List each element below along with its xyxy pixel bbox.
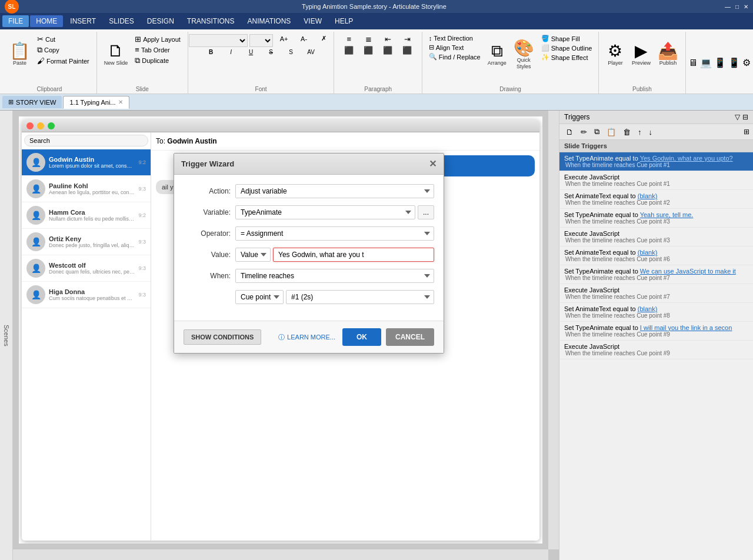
italic-button[interactable]: I [222, 48, 241, 56]
trigger-item-7[interactable]: Execute JavaScript When the timeline rea… [559, 284, 753, 303]
close-btn[interactable]: ✕ [744, 4, 748, 10]
bullet-list-button[interactable]: ≡ [339, 34, 358, 44]
current-slide-tab[interactable]: 1.1 Typing Ani... ✕ [63, 96, 129, 109]
move-up-trigger-button[interactable]: ↑ [635, 126, 645, 138]
menu-help[interactable]: HELP [329, 15, 359, 27]
numbered-list-button[interactable]: ≣ [359, 34, 378, 44]
trigger-item-6[interactable]: Set TypeAnimate equal to We can use Java… [559, 265, 753, 284]
font-family-select[interactable] [189, 34, 248, 47]
trigger-item-1[interactable]: Execute JavaScript When the timeline rea… [559, 171, 753, 190]
device-phone-icon[interactable]: 📱 [728, 57, 740, 68]
trigger-item-10[interactable]: Execute JavaScript When the timeline rea… [559, 341, 753, 359]
align-text-button[interactable]: ⊟ Align Text [427, 43, 483, 52]
mac-minimize-button[interactable] [37, 122, 44, 129]
text-direction-button[interactable]: ↕ Text Direction [427, 34, 483, 42]
paste-button[interactable]: 📋 Paste [7, 34, 32, 75]
justify-button[interactable]: ⬛ [398, 45, 417, 55]
format-painter-button[interactable]: 🖌 Format Painter [35, 56, 92, 66]
player-button[interactable]: ⚙ Player [604, 34, 627, 75]
align-center-button[interactable]: ⬛ [359, 45, 378, 55]
variable-select[interactable]: TypeAnimate [235, 205, 415, 219]
canvas-hscrollbar[interactable] [13, 549, 548, 560]
device-desktop-icon[interactable]: 🖥 [688, 58, 698, 68]
variable-dots-button[interactable]: ... [418, 205, 434, 219]
underline-button[interactable]: U [242, 48, 261, 56]
cue-point-type-select[interactable]: Cue point [235, 290, 284, 304]
menu-design[interactable]: DESIGN [141, 15, 180, 27]
cut-button[interactable]: ✂ Cut [35, 34, 92, 44]
close-tab-button[interactable]: ✕ [118, 99, 123, 105]
menu-file[interactable]: FILE [2, 15, 29, 27]
collapse-icon[interactable]: ▽ [735, 113, 740, 121]
trigger-item-3[interactable]: Set TypeAnimate equal to Yeah sure, tell… [559, 209, 753, 228]
font-shadow-button[interactable]: S [282, 48, 301, 56]
cue-point-value-select[interactable]: #1 (2s) [286, 290, 434, 304]
window-controls[interactable]: — □ ✕ [725, 4, 748, 10]
preview-button[interactable]: ▶ Preview [629, 34, 653, 75]
chat-item-5[interactable]: 👤 Higa Donna Cum sociis natoque penatibu… [22, 282, 151, 308]
indent-increase-button[interactable]: ⇥ [398, 34, 417, 44]
when-select[interactable]: Timeline reaches [235, 269, 434, 283]
settings-icon[interactable]: ⚙ [742, 57, 751, 68]
device-tablet-icon[interactable]: 📱 [714, 57, 726, 68]
learn-more-link[interactable]: ⓘ LEARN MORE... [278, 333, 335, 342]
quick-styles-button[interactable]: 🎨 Quick Styles [511, 34, 537, 75]
minimize-btn[interactable]: — [725, 4, 731, 10]
delete-trigger-button[interactable]: 🗑 [620, 126, 634, 138]
char-spacing-button[interactable]: AV [302, 48, 321, 56]
trigger-wizard-close-button[interactable]: ✕ [429, 158, 437, 169]
trigger-item-0[interactable]: Set TypeAnimate equal to Yes Godwin, wha… [559, 152, 753, 171]
new-trigger-button[interactable]: 🗋 [563, 126, 577, 138]
strikethrough-button[interactable]: S [262, 48, 281, 56]
chat-item-1[interactable]: 👤 Pauline Kohl Aenean leo ligula, portti… [22, 176, 151, 202]
shape-fill-button[interactable]: 🪣 Shape Fill [539, 34, 595, 43]
operator-select[interactable]: = Assignment [235, 226, 434, 241]
trigger-item-8[interactable]: Set AnimateText equal to (blank) When th… [559, 303, 753, 322]
tab-order-button[interactable]: ≡ Tab Order [132, 45, 183, 55]
copy-trigger-button[interactable]: ⧉ [591, 126, 602, 138]
chat-item-0[interactable]: 👤 Godwin Austin Lorem ipsum dolor sit am… [22, 149, 151, 176]
copy-button[interactable]: ⧉ Copy [35, 45, 92, 55]
new-slide-button[interactable]: 🗋 New Slide [102, 34, 131, 75]
maximize-btn[interactable]: □ [735, 4, 739, 10]
font-size-increase-button[interactable]: A+ [275, 34, 294, 43]
action-select[interactable]: Adjust variable [235, 184, 434, 198]
font-size-decrease-button[interactable]: A- [295, 34, 314, 43]
move-down-trigger-button[interactable]: ↓ [646, 126, 656, 138]
menu-insert[interactable]: INSERT [64, 15, 102, 27]
align-right-button[interactable]: ⬛ [378, 45, 397, 55]
chat-item-2[interactable]: 👤 Hamm Cora Nullam dictum felis eu pede … [22, 202, 151, 229]
trigger-expand-button[interactable]: ⊞ [744, 128, 749, 136]
device-laptop-icon[interactable]: 💻 [700, 57, 712, 68]
apply-layout-button[interactable]: ⊞ Apply Layout [132, 34, 183, 44]
cancel-button[interactable]: CANCEL [386, 328, 434, 346]
mac-close-button[interactable] [26, 122, 34, 129]
bold-button[interactable]: B [202, 48, 221, 56]
show-conditions-button[interactable]: SHOW CONDITIONS [184, 329, 261, 345]
menu-home[interactable]: HOME [30, 15, 63, 27]
align-left-button[interactable]: ⬛ [339, 45, 358, 55]
publish-button[interactable]: 📤 Publish [655, 34, 681, 75]
shape-outline-button[interactable]: ⬜ Shape Outline [539, 44, 595, 52]
find-replace-button[interactable]: 🔍 Find / Replace [427, 52, 483, 61]
edit-trigger-button[interactable]: ✏ [578, 126, 590, 138]
trigger-item-4[interactable]: Execute JavaScript When the timeline rea… [559, 228, 753, 246]
chat-search-input[interactable] [24, 135, 148, 146]
menu-animations[interactable]: ANIMATIONS [242, 15, 297, 27]
font-size-select[interactable] [249, 34, 273, 47]
trigger-item-9[interactable]: Set TypeAnimate equal to I will mail you… [559, 322, 753, 341]
menu-view[interactable]: VIEW [298, 15, 328, 27]
chat-item-4[interactable]: 👤 Westcott olf Donec quam felis, ultrici… [22, 255, 151, 282]
undock-icon[interactable]: ⊟ [742, 113, 748, 121]
value-type-select[interactable]: Value [235, 248, 271, 262]
ok-button[interactable]: OK [342, 328, 381, 346]
indent-decrease-button[interactable]: ⇤ [378, 34, 397, 44]
paste-trigger-button[interactable]: 📋 [604, 126, 619, 138]
trigger-item-2[interactable]: Set AnimateText equal to (blank) When th… [559, 190, 753, 209]
menu-transitions[interactable]: TRANSITIONS [181, 15, 241, 27]
shape-effect-button[interactable]: ✨ Shape Effect [539, 53, 595, 62]
trigger-item-5[interactable]: Set AnimateText equal to (blank) When th… [559, 246, 753, 265]
clear-format-button[interactable]: ✗ [315, 34, 334, 43]
chat-item-3[interactable]: 👤 Ortiz Keny Donec pede justo, fringilla… [22, 229, 151, 255]
mac-maximize-button[interactable] [48, 122, 55, 129]
